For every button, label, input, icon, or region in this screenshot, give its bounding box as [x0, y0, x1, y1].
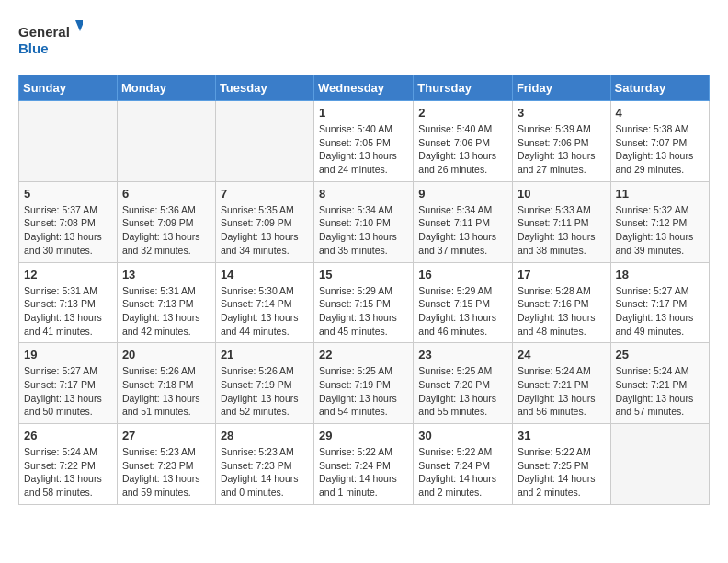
- day-info: Sunrise: 5:25 AMSunset: 7:20 PMDaylight:…: [418, 364, 507, 419]
- day-info: Sunrise: 5:26 AMSunset: 7:18 PMDaylight:…: [122, 364, 210, 419]
- day-number: 27: [122, 429, 210, 442]
- day-info: Sunrise: 5:27 AMSunset: 7:17 PMDaylight:…: [616, 284, 704, 339]
- day-cell: [215, 101, 313, 182]
- week-row-3: 12Sunrise: 5:31 AMSunset: 7:13 PMDayligh…: [19, 262, 710, 343]
- day-number: 1: [319, 106, 408, 120]
- day-number: 2: [418, 106, 507, 120]
- day-info: Sunrise: 5:22 AMSunset: 7:24 PMDaylight:…: [418, 445, 507, 500]
- day-info: Sunrise: 5:31 AMSunset: 7:13 PMDaylight:…: [24, 284, 112, 339]
- svg-text:General: General: [18, 24, 70, 40]
- day-cell: 15Sunrise: 5:29 AMSunset: 7:15 PMDayligh…: [314, 262, 414, 343]
- day-info: Sunrise: 5:34 AMSunset: 7:10 PMDaylight:…: [319, 203, 408, 258]
- day-number: 23: [418, 348, 507, 362]
- day-info: Sunrise: 5:35 AMSunset: 7:09 PMDaylight:…: [221, 203, 309, 258]
- day-cell: 29Sunrise: 5:22 AMSunset: 7:24 PMDayligh…: [314, 424, 414, 505]
- day-number: 21: [221, 348, 309, 362]
- weekday-header-tuesday: Tuesday: [215, 75, 313, 101]
- day-cell: 19Sunrise: 5:27 AMSunset: 7:17 PMDayligh…: [19, 343, 118, 424]
- day-number: 11: [616, 187, 704, 201]
- weekday-header-saturday: Saturday: [610, 75, 709, 101]
- day-info: Sunrise: 5:31 AMSunset: 7:13 PMDaylight:…: [122, 284, 210, 339]
- day-number: 19: [24, 348, 112, 362]
- day-info: Sunrise: 5:38 AMSunset: 7:07 PMDaylight:…: [616, 122, 704, 177]
- day-info: Sunrise: 5:23 AMSunset: 7:23 PMDaylight:…: [122, 445, 210, 500]
- day-number: 3: [518, 106, 606, 120]
- day-number: 28: [221, 429, 309, 442]
- day-cell: 21Sunrise: 5:26 AMSunset: 7:19 PMDayligh…: [215, 343, 313, 424]
- day-number: 22: [319, 348, 408, 362]
- day-info: Sunrise: 5:36 AMSunset: 7:09 PMDaylight:…: [122, 203, 210, 258]
- day-cell: 12Sunrise: 5:31 AMSunset: 7:13 PMDayligh…: [19, 262, 118, 343]
- day-info: Sunrise: 5:30 AMSunset: 7:14 PMDaylight:…: [221, 284, 309, 339]
- weekday-header-row: SundayMondayTuesdayWednesdayThursdayFrid…: [19, 75, 710, 101]
- day-cell: 4Sunrise: 5:38 AMSunset: 7:07 PMDaylight…: [610, 101, 709, 182]
- day-cell: 28Sunrise: 5:23 AMSunset: 7:23 PMDayligh…: [215, 424, 313, 505]
- day-cell: 24Sunrise: 5:24 AMSunset: 7:21 PMDayligh…: [512, 343, 610, 424]
- day-number: 16: [418, 268, 507, 282]
- day-number: 30: [418, 429, 507, 442]
- day-info: Sunrise: 5:34 AMSunset: 7:11 PMDaylight:…: [418, 203, 507, 258]
- calendar-table: SundayMondayTuesdayWednesdayThursdayFrid…: [18, 75, 710, 505]
- day-cell: 10Sunrise: 5:33 AMSunset: 7:11 PMDayligh…: [512, 181, 610, 262]
- day-cell: 7Sunrise: 5:35 AMSunset: 7:09 PMDaylight…: [215, 181, 313, 262]
- day-cell: 2Sunrise: 5:40 AMSunset: 7:06 PMDaylight…: [414, 101, 513, 182]
- day-cell: 16Sunrise: 5:29 AMSunset: 7:15 PMDayligh…: [414, 262, 513, 343]
- day-number: 25: [616, 348, 704, 362]
- day-cell: 23Sunrise: 5:25 AMSunset: 7:20 PMDayligh…: [414, 343, 513, 424]
- day-info: Sunrise: 5:29 AMSunset: 7:15 PMDaylight:…: [418, 284, 507, 339]
- weekday-header-wednesday: Wednesday: [314, 75, 414, 101]
- day-cell: 9Sunrise: 5:34 AMSunset: 7:11 PMDaylight…: [414, 181, 513, 262]
- page-header: General Blue: [18, 18, 710, 60]
- day-cell: 5Sunrise: 5:37 AMSunset: 7:08 PMDaylight…: [19, 181, 118, 262]
- day-number: 24: [518, 348, 606, 362]
- day-cell: 17Sunrise: 5:28 AMSunset: 7:16 PMDayligh…: [512, 262, 610, 343]
- day-number: 15: [319, 268, 408, 282]
- day-number: 9: [418, 187, 507, 201]
- svg-marker-2: [75, 20, 83, 31]
- day-info: Sunrise: 5:37 AMSunset: 7:08 PMDaylight:…: [24, 203, 112, 258]
- day-number: 31: [518, 429, 606, 442]
- day-number: 18: [616, 268, 704, 282]
- day-info: Sunrise: 5:40 AMSunset: 7:06 PMDaylight:…: [418, 122, 507, 177]
- day-number: 12: [24, 268, 112, 282]
- day-info: Sunrise: 5:24 AMSunset: 7:22 PMDaylight:…: [24, 445, 112, 500]
- week-row-1: 1Sunrise: 5:40 AMSunset: 7:05 PMDaylight…: [19, 101, 710, 182]
- day-info: Sunrise: 5:22 AMSunset: 7:25 PMDaylight:…: [518, 445, 606, 500]
- logo-svg: General Blue: [18, 18, 83, 60]
- day-cell: 3Sunrise: 5:39 AMSunset: 7:06 PMDaylight…: [512, 101, 610, 182]
- day-cell: 22Sunrise: 5:25 AMSunset: 7:19 PMDayligh…: [314, 343, 414, 424]
- day-info: Sunrise: 5:24 AMSunset: 7:21 PMDaylight:…: [616, 364, 704, 419]
- day-info: Sunrise: 5:27 AMSunset: 7:17 PMDaylight:…: [24, 364, 112, 419]
- logo: General Blue: [18, 18, 83, 60]
- day-cell: 6Sunrise: 5:36 AMSunset: 7:09 PMDaylight…: [117, 181, 215, 262]
- day-cell: [117, 101, 215, 182]
- day-cell: [19, 101, 118, 182]
- weekday-header-thursday: Thursday: [414, 75, 513, 101]
- day-info: Sunrise: 5:25 AMSunset: 7:19 PMDaylight:…: [319, 364, 408, 419]
- day-number: 17: [518, 268, 606, 282]
- weekday-header-monday: Monday: [117, 75, 215, 101]
- day-cell: 14Sunrise: 5:30 AMSunset: 7:14 PMDayligh…: [215, 262, 313, 343]
- week-row-4: 19Sunrise: 5:27 AMSunset: 7:17 PMDayligh…: [19, 343, 710, 424]
- day-cell: 18Sunrise: 5:27 AMSunset: 7:17 PMDayligh…: [610, 262, 709, 343]
- day-info: Sunrise: 5:29 AMSunset: 7:15 PMDaylight:…: [319, 284, 408, 339]
- day-number: 13: [122, 268, 210, 282]
- day-info: Sunrise: 5:32 AMSunset: 7:12 PMDaylight:…: [616, 203, 704, 258]
- day-number: 20: [122, 348, 210, 362]
- day-info: Sunrise: 5:23 AMSunset: 7:23 PMDaylight:…: [221, 445, 309, 500]
- day-info: Sunrise: 5:22 AMSunset: 7:24 PMDaylight:…: [319, 445, 408, 500]
- day-cell: 30Sunrise: 5:22 AMSunset: 7:24 PMDayligh…: [414, 424, 513, 505]
- week-row-5: 26Sunrise: 5:24 AMSunset: 7:22 PMDayligh…: [19, 424, 710, 505]
- week-row-2: 5Sunrise: 5:37 AMSunset: 7:08 PMDaylight…: [19, 181, 710, 262]
- day-number: 6: [122, 187, 210, 201]
- day-number: 14: [221, 268, 309, 282]
- day-info: Sunrise: 5:26 AMSunset: 7:19 PMDaylight:…: [221, 364, 309, 419]
- day-cell: 1Sunrise: 5:40 AMSunset: 7:05 PMDaylight…: [314, 101, 414, 182]
- day-cell: 11Sunrise: 5:32 AMSunset: 7:12 PMDayligh…: [610, 181, 709, 262]
- day-cell: 31Sunrise: 5:22 AMSunset: 7:25 PMDayligh…: [512, 424, 610, 505]
- day-cell: 8Sunrise: 5:34 AMSunset: 7:10 PMDaylight…: [314, 181, 414, 262]
- day-info: Sunrise: 5:39 AMSunset: 7:06 PMDaylight:…: [518, 122, 606, 177]
- day-info: Sunrise: 5:40 AMSunset: 7:05 PMDaylight:…: [319, 122, 408, 177]
- weekday-header-friday: Friday: [512, 75, 610, 101]
- day-info: Sunrise: 5:24 AMSunset: 7:21 PMDaylight:…: [518, 364, 606, 419]
